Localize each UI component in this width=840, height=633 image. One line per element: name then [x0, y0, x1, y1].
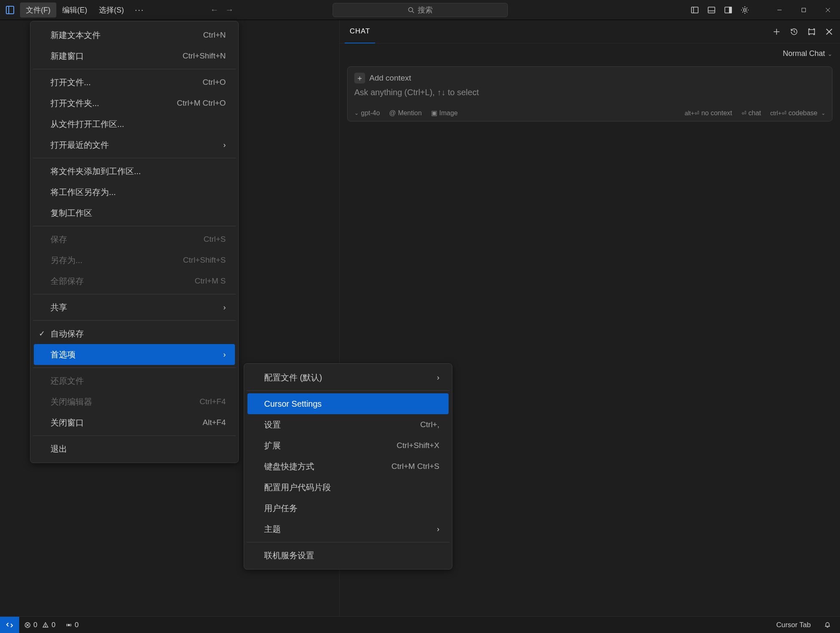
search-icon — [408, 7, 414, 13]
status-bar: 0 0 0 Cursor Tab — [0, 616, 840, 633]
bell-icon[interactable] — [819, 622, 836, 628]
panel-left-icon[interactable] — [687, 3, 702, 18]
chevron-right-icon: › — [437, 373, 439, 382]
warning-count: 0 — [51, 621, 55, 629]
menu-more-icon[interactable]: ··· — [130, 5, 149, 15]
chat-tab-actions — [771, 26, 835, 38]
hint-codebase: ctrl+⏎codebase⌄ — [770, 109, 825, 117]
menu-item-autosave[interactable]: ✓自动保存 — [33, 323, 236, 344]
svg-rect-10 — [729, 7, 732, 13]
menu-item-new-text-file[interactable]: 新建文本文件Ctrl+N — [33, 25, 236, 46]
menu-item-close-editor: 关闭编辑器Ctrl+F4 — [33, 391, 236, 412]
menu-item-duplicate-workspace[interactable]: 复制工作区 — [33, 203, 236, 223]
nav-back-icon[interactable]: ← — [208, 3, 221, 17]
menu-item-keyboard-shortcuts[interactable]: 键盘快捷方式Ctrl+M Ctrl+S — [247, 456, 449, 477]
menu-item-user-snippets[interactable]: 配置用户代码片段 — [247, 477, 449, 498]
chat-mode-selector[interactable]: Normal Chat ⌄ — [783, 49, 832, 58]
preferences-submenu: 配置文件 (默认)› Cursor Settings 设置Ctrl+, 扩展Ct… — [244, 363, 452, 570]
panel-right-icon[interactable] — [721, 3, 736, 18]
history-icon[interactable] — [788, 26, 800, 38]
menu-separator — [33, 158, 236, 158]
chevron-down-icon: ⌄ — [827, 51, 832, 57]
menu-item-add-folder-to-workspace[interactable]: 将文件夹添加到工作区... — [33, 161, 236, 182]
menu-item-profiles[interactable]: 配置文件 (默认)› — [247, 367, 449, 388]
settings-gear-icon[interactable] — [737, 3, 752, 18]
svg-point-26 — [68, 624, 70, 626]
menu-item-share[interactable]: 共享› — [33, 297, 236, 318]
add-context-button[interactable]: ＋ Add context — [354, 73, 825, 84]
menu-separator — [33, 294, 236, 294]
cursor-tab-button[interactable]: Cursor Tab — [771, 621, 816, 629]
search-box[interactable]: 搜索 — [333, 3, 508, 17]
menubar: 文件(F) 编辑(E) 选择(S) ··· — [20, 0, 149, 20]
menu-item-open-workspace-from-file[interactable]: 从文件打开工作区... — [33, 114, 236, 134]
remote-button[interactable] — [0, 617, 19, 633]
menu-edit[interactable]: 编辑(E) — [56, 3, 93, 18]
chat-mode-row: Normal Chat ⌄ — [340, 43, 840, 62]
close-icon[interactable] — [816, 0, 840, 20]
chevron-right-icon: › — [437, 525, 439, 534]
title-actions — [687, 3, 752, 18]
menu-separator — [247, 542, 449, 542]
minimize-icon[interactable] — [767, 0, 792, 20]
tab-chat[interactable]: CHAT — [345, 20, 375, 43]
hint-chat: ⏎chat — [742, 109, 761, 117]
model-selector[interactable]: ⌄gpt-4o — [354, 109, 380, 117]
svg-point-2 — [409, 8, 413, 12]
menu-file[interactable]: 文件(F) — [20, 3, 56, 18]
menu-separator — [33, 226, 236, 226]
menu-item-save: 保存Ctrl+S — [33, 229, 236, 250]
menu-separator — [33, 367, 236, 368]
problems-button[interactable]: 0 0 — [19, 621, 61, 629]
menu-select[interactable]: 选择(S) — [93, 3, 130, 18]
file-menu-dropdown: 新建文本文件Ctrl+N 新建窗口Ctrl+Shift+N 打开文件...Ctr… — [30, 21, 239, 463]
menu-item-cursor-settings[interactable]: Cursor Settings — [247, 393, 449, 414]
radio-icon — [66, 622, 72, 628]
chat-mode-label: Normal Chat — [783, 49, 825, 58]
hint-no-context: alt+⏎no context — [685, 109, 732, 117]
menu-item-open-file[interactable]: 打开文件...Ctrl+O — [33, 72, 236, 93]
expand-icon[interactable] — [806, 26, 817, 38]
chat-prompt-placeholder: Ask anything (Ctrl+L), ↑↓ to select — [354, 88, 825, 97]
ports-count: 0 — [75, 621, 78, 629]
svg-rect-18 — [809, 30, 815, 34]
error-icon — [24, 622, 31, 628]
error-count: 0 — [33, 621, 37, 629]
menu-item-online-services[interactable]: 联机服务设置 — [247, 545, 449, 566]
menu-separator — [33, 436, 236, 436]
chat-tabs-row: CHAT — [340, 20, 840, 43]
search-placeholder: 搜索 — [418, 5, 433, 15]
menu-separator — [33, 69, 236, 69]
svg-point-11 — [744, 9, 746, 11]
menu-item-close-window[interactable]: 关闭窗口Alt+F4 — [33, 412, 236, 433]
svg-rect-13 — [802, 8, 806, 12]
menu-item-theme[interactable]: 主题› — [247, 519, 449, 539]
title-bar: 文件(F) 编辑(E) 选择(S) ··· ← → 搜索 — [0, 0, 840, 20]
mention-button[interactable]: @Mention — [389, 109, 421, 117]
menu-item-new-window[interactable]: 新建窗口Ctrl+Shift+N — [33, 46, 236, 66]
menu-separator — [247, 390, 449, 391]
menu-item-revert-file: 还原文件 — [33, 370, 236, 391]
chat-chips: ⌄gpt-4o @Mention ▣Image alt+⏎no context … — [354, 109, 825, 117]
menu-item-save-as: 另存为...Ctrl+Shift+S — [33, 250, 236, 271]
nav-forward-icon[interactable]: → — [223, 3, 236, 17]
menu-item-user-tasks[interactable]: 用户任务 — [247, 498, 449, 519]
maximize-icon[interactable] — [792, 0, 816, 20]
menu-item-preferences[interactable]: 首选项› — [34, 344, 235, 365]
ports-button[interactable]: 0 — [61, 621, 83, 629]
chat-input-box[interactable]: ＋ Add context Ask anything (Ctrl+L), ↑↓ … — [347, 66, 832, 122]
svg-rect-0 — [6, 6, 14, 14]
panel-bottom-icon[interactable] — [704, 3, 719, 18]
image-button[interactable]: ▣Image — [431, 109, 458, 117]
menu-item-save-workspace-as[interactable]: 将工作区另存为... — [33, 182, 236, 203]
menu-item-open-recent[interactable]: 打开最近的文件› — [33, 134, 236, 155]
new-chat-icon[interactable] — [771, 26, 782, 38]
svg-line-3 — [412, 11, 414, 13]
menu-item-settings[interactable]: 设置Ctrl+, — [247, 414, 449, 435]
menu-item-extensions[interactable]: 扩展Ctrl+Shift+X — [247, 435, 449, 456]
svg-rect-6 — [708, 7, 715, 13]
chevron-right-icon: › — [223, 141, 226, 149]
menu-item-open-folder[interactable]: 打开文件夹...Ctrl+M Ctrl+O — [33, 93, 236, 114]
menu-item-exit[interactable]: 退出 — [33, 438, 236, 459]
close-panel-icon[interactable] — [823, 26, 835, 38]
